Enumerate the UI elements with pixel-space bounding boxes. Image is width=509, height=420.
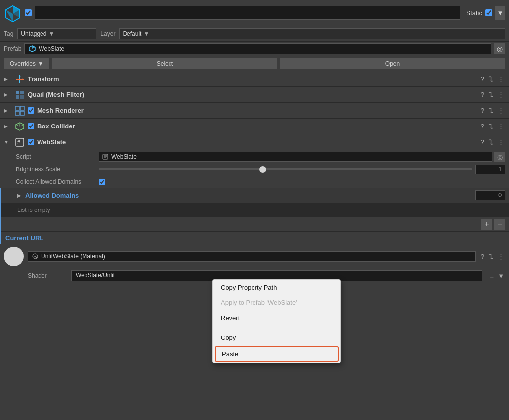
box-collider-settings-btn[interactable]: ⇅ xyxy=(487,123,495,130)
collect-domains-row: Collect Allowed Domains xyxy=(0,176,509,188)
allowed-domains-label: Allowed Domains xyxy=(25,192,471,199)
current-url-header: Current URL xyxy=(1,231,509,244)
context-copy[interactable]: Copy xyxy=(213,330,340,345)
collect-label: Collect Allowed Domains xyxy=(16,178,95,185)
brightness-label: Brightness Scale xyxy=(16,166,95,173)
script-icon xyxy=(102,154,108,160)
layer-value: Default xyxy=(123,30,141,37)
mesh-filter-expand-arrow[interactable]: ▶ xyxy=(4,92,12,97)
tag-dropdown[interactable]: Untagged ▼ xyxy=(17,28,96,39)
shader-arrow-btn[interactable]: ▼ xyxy=(497,272,505,280)
allowed-domains-header: ▶ Allowed Domains 0 xyxy=(1,188,509,203)
script-field[interactable]: WebSlate xyxy=(99,152,492,162)
mesh-renderer-menu-btn[interactable]: ⋮ xyxy=(497,107,505,114)
webslate-settings-btn[interactable]: ⇅ xyxy=(487,138,495,146)
mesh-filter-settings-btn[interactable]: ⇅ xyxy=(487,91,495,98)
svg-text:#: # xyxy=(17,140,20,145)
box-collider-actions: ? ⇅ ⋮ xyxy=(480,123,505,130)
svg-rect-15 xyxy=(15,106,19,110)
webslate-expand-arrow[interactable]: ▼ xyxy=(4,139,12,145)
prefab-overrides-btn[interactable]: Overrides ▼ xyxy=(4,58,49,69)
script-circle-btn[interactable]: ◎ xyxy=(494,152,505,162)
static-dropdown-btn[interactable]: ▼ xyxy=(495,6,505,20)
svg-marker-9 xyxy=(19,75,21,77)
remove-domain-btn[interactable]: − xyxy=(494,219,505,230)
transform-help-btn[interactable]: ? xyxy=(480,75,485,83)
mesh-renderer-icon xyxy=(15,106,25,116)
script-property-row: Script WebSlate ◎ xyxy=(0,150,509,163)
material-field[interactable]: UnlitWebSlate (Material) xyxy=(28,251,476,262)
mesh-filter-help-btn[interactable]: ? xyxy=(480,91,485,98)
shader-list-btn[interactable]: ≡ xyxy=(489,272,495,280)
box-collider-checkbox[interactable] xyxy=(28,123,34,129)
svg-marker-10 xyxy=(22,78,24,80)
brightness-property-row: Brightness Scale 1 xyxy=(0,163,509,176)
brightness-slider-track[interactable] xyxy=(99,168,472,170)
material-name: UnlitWebSlate (Material) xyxy=(41,253,105,260)
box-collider-menu-btn[interactable]: ⋮ xyxy=(497,123,505,130)
box-collider-expand-arrow[interactable]: ▶ xyxy=(4,124,12,129)
brightness-number-input[interactable]: 1 xyxy=(475,165,505,174)
material-help-btn[interactable]: ? xyxy=(480,253,485,260)
layer-dropdown[interactable]: Default ▼ xyxy=(119,28,505,39)
tag-label: Tag xyxy=(4,30,13,37)
add-domain-btn[interactable]: + xyxy=(481,219,492,230)
svg-rect-14 xyxy=(20,95,24,99)
mesh-filter-icon xyxy=(15,90,25,100)
brightness-slider-container: 1 xyxy=(99,165,505,174)
script-label: Script xyxy=(16,153,95,160)
script-value-container: WebSlate ◎ xyxy=(99,152,505,162)
add-remove-row: + − xyxy=(1,217,509,231)
transform-actions: ? ⇅ ⋮ xyxy=(480,75,505,83)
box-collider-help-btn[interactable]: ? xyxy=(480,123,485,130)
shader-label: Shader xyxy=(28,272,67,279)
layer-label: Layer xyxy=(100,30,115,37)
svg-line-22 xyxy=(20,125,24,126)
mesh-renderer-help-btn[interactable]: ? xyxy=(480,107,485,114)
overrides-arrow-icon: ▼ xyxy=(38,60,43,67)
transform-menu-btn[interactable]: ⋮ xyxy=(497,75,505,83)
script-value: WebSlate xyxy=(111,153,137,160)
material-actions: ? ⇅ ⋮ xyxy=(480,253,505,260)
context-menu: Copy Property Path Apply to Prefab 'WebS… xyxy=(212,279,341,363)
component-row-mesh-renderer: ▶ Mesh Renderer ? ⇅ ⋮ xyxy=(0,103,509,119)
tag-layer-row: Tag Untagged ▼ Layer Default ▼ xyxy=(0,26,509,41)
svg-rect-17 xyxy=(15,111,19,115)
collect-checkbox[interactable] xyxy=(99,179,105,185)
header-bar: WebSlate Static ▼ xyxy=(0,0,509,26)
material-menu-btn[interactable]: ⋮ xyxy=(497,253,505,260)
context-paste[interactable]: Paste xyxy=(215,346,339,362)
tag-arrow-icon: ▼ xyxy=(48,30,54,37)
prefab-row: Prefab WebSlate ◎ xyxy=(0,41,509,56)
prefab-circle-btn[interactable]: ◎ xyxy=(494,43,505,54)
static-label: Static xyxy=(466,9,482,17)
static-checkbox[interactable] xyxy=(485,9,492,16)
webslate-help-btn[interactable]: ? xyxy=(480,138,485,146)
svg-rect-11 xyxy=(16,91,19,94)
active-checkbox[interactable] xyxy=(25,9,32,16)
prefab-open-btn[interactable]: Open xyxy=(280,58,505,69)
component-row-webslate: ▼ # WebSlate ? ⇅ ⋮ xyxy=(0,134,509,150)
prefab-select-btn[interactable]: Select xyxy=(52,58,277,69)
mesh-renderer-settings-btn[interactable]: ⇅ xyxy=(487,107,495,114)
component-row-transform: ▶ Transform ? ⇅ ⋮ xyxy=(0,71,509,87)
unity-cube-icon xyxy=(4,4,22,22)
transform-name: Transform xyxy=(28,75,477,83)
webslate-icon: # xyxy=(15,137,25,147)
context-revert[interactable]: Revert xyxy=(213,310,340,326)
mesh-renderer-expand-arrow[interactable]: ▶ xyxy=(4,108,12,113)
transform-settings-btn[interactable]: ⇅ xyxy=(487,75,495,83)
transform-expand-arrow[interactable]: ▶ xyxy=(4,76,12,82)
material-icon xyxy=(32,253,38,259)
material-settings-btn[interactable]: ⇅ xyxy=(487,253,495,260)
webslate-checkbox[interactable] xyxy=(28,139,34,145)
allowed-domains-expand[interactable]: ▶ xyxy=(17,193,21,198)
webslate-menu-btn[interactable]: ⋮ xyxy=(497,138,505,146)
object-name-input[interactable]: WebSlate xyxy=(35,6,460,20)
context-copy-path[interactable]: Copy Property Path xyxy=(213,280,340,295)
mesh-filter-menu-btn[interactable]: ⋮ xyxy=(497,91,505,98)
context-menu-separator xyxy=(213,328,340,328)
mesh-renderer-checkbox[interactable] xyxy=(28,107,34,114)
box-collider-name: Box Collider xyxy=(37,123,477,130)
layer-arrow-icon: ▼ xyxy=(143,30,149,37)
